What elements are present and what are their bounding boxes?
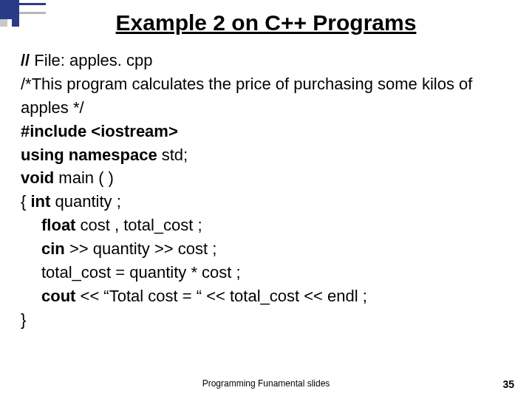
- code-text: //: [21, 51, 34, 69]
- footer-text: Programming Funamental slides: [0, 378, 532, 389]
- code-text: File: apples. cpp: [34, 51, 152, 69]
- code-text: cost , total_cost ;: [81, 216, 202, 234]
- code-text: #include: [21, 122, 86, 140]
- slide-title: Example 2 on C++ Programs: [21, 10, 511, 35]
- code-line: total_cost = quantity * cost ;: [21, 261, 511, 284]
- code-text: <iostream>: [86, 122, 178, 140]
- code-text: cout: [41, 287, 75, 305]
- code-line: cin >> quantity >> cost ;: [21, 237, 511, 261]
- code-text: main ( ): [54, 168, 114, 187]
- code-line: using namespace std;: [21, 143, 511, 167]
- code-line: cout << “Total cost = “ << total_cost <<…: [21, 284, 511, 308]
- code-line: { int quantity ;: [21, 190, 511, 214]
- code-block: // File: apples. cpp /*This program calc…: [21, 49, 511, 332]
- code-line: }: [21, 308, 511, 332]
- code-text: << “Total cost = “ << total_cost << endl…: [75, 287, 366, 305]
- code-line: // File: apples. cpp: [21, 49, 511, 72]
- code-text: using namespace: [21, 146, 157, 164]
- code-line: /*This program calculates the price of p…: [21, 72, 511, 120]
- page-number: 35: [502, 378, 514, 390]
- code-text: {: [21, 192, 30, 211]
- code-text: cin: [41, 239, 65, 258]
- code-text: int: [30, 192, 55, 211]
- code-text: quantity ;: [55, 192, 120, 211]
- code-text: void: [21, 168, 54, 187]
- code-text: >> quantity >> cost ;: [65, 239, 216, 258]
- code-line: #include <iostream>: [21, 120, 511, 143]
- code-text: float: [41, 216, 81, 234]
- code-line: float cost , total_cost ;: [21, 214, 511, 237]
- code-line: void main ( ): [21, 166, 511, 190]
- slide-content: Example 2 on C++ Programs // File: apple…: [0, 10, 532, 332]
- code-text: std;: [157, 146, 188, 164]
